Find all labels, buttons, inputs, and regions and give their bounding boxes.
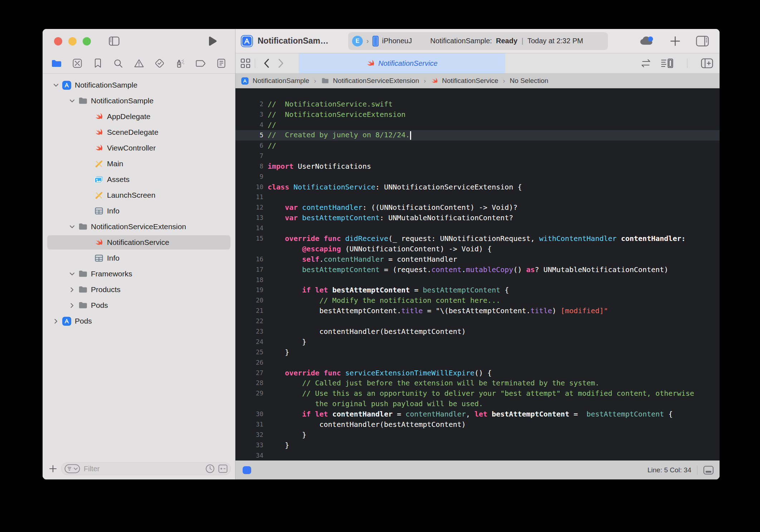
- line-number[interactable]: 4: [235, 121, 263, 128]
- code-row[interactable]: 24 }: [235, 336, 720, 347]
- code-row[interactable]: 11: [235, 192, 720, 202]
- code-row[interactable]: 21 bestAttemptContent.title = "\(bestAtt…: [235, 306, 720, 316]
- code-row[interactable]: 8import UserNotifications: [235, 161, 720, 171]
- filter-plus-minus-icon[interactable]: [218, 464, 228, 473]
- line-number[interactable]: 18: [235, 276, 263, 284]
- line-number[interactable]: 17: [235, 266, 263, 273]
- code-row[interactable]: 20 // Modify the notification content he…: [235, 295, 720, 306]
- line-number[interactable]: 25: [235, 349, 263, 356]
- code-row[interactable]: 6//: [235, 141, 720, 151]
- disclosure-right-icon[interactable]: [67, 287, 77, 292]
- source-control-icon[interactable]: [71, 57, 83, 69]
- debug-icon[interactable]: [174, 57, 186, 69]
- code-row[interactable]: 3// NotificationServiceExtension: [235, 109, 720, 120]
- minimize-button[interactable]: [68, 37, 77, 45]
- line-number[interactable]: 22: [235, 317, 263, 325]
- tree-item-products[interactable]: Products: [43, 282, 235, 297]
- go-back-icon[interactable]: [259, 59, 274, 68]
- line-number[interactable]: 33: [235, 442, 263, 449]
- tree-item-info[interactable]: Info: [43, 203, 235, 219]
- disclosure-down-icon[interactable]: [67, 99, 77, 103]
- code-row[interactable]: 33 }: [235, 440, 720, 450]
- code-row[interactable]: 5// Created by junely on 8/12/24.: [235, 130, 720, 141]
- run-button[interactable]: [208, 36, 217, 46]
- line-number[interactable]: 20: [235, 297, 263, 304]
- line-number[interactable]: 30: [235, 410, 263, 418]
- tree-item-main[interactable]: Main: [43, 156, 235, 172]
- line-number[interactable]: 2: [235, 100, 263, 108]
- tree-item-notificationservice[interactable]: NotificationService: [43, 235, 235, 250]
- line-number[interactable]: 29: [235, 390, 263, 397]
- line-number[interactable]: 14: [235, 225, 263, 232]
- disclosure-right-icon[interactable]: [51, 319, 60, 324]
- line-number[interactable]: 32: [235, 431, 263, 438]
- breadcrumb-item[interactable]: NotificationService: [430, 77, 498, 85]
- line-number[interactable]: 27: [235, 369, 263, 376]
- code-row[interactable]: 28 // Called just before the extension w…: [235, 378, 720, 388]
- tree-item-appdelegate[interactable]: AppDelegate: [43, 109, 235, 124]
- tab-notificationservice[interactable]: NotificationService: [299, 53, 505, 73]
- disclosure-down-icon[interactable]: [67, 272, 77, 276]
- code-row[interactable]: 12 var contentHandler: ((UNNotificationC…: [235, 202, 720, 213]
- code-row[interactable]: 22: [235, 316, 720, 326]
- code-row[interactable]: 25 }: [235, 347, 720, 357]
- line-number[interactable]: 19: [235, 286, 263, 294]
- code-row[interactable]: 13 var bestAttemptContent: UNMutableNoti…: [235, 213, 720, 223]
- tree-item-info[interactable]: Info: [43, 250, 235, 266]
- recents-clock-icon[interactable]: [205, 464, 215, 473]
- breadcrumb-item[interactable]: No Selection: [510, 77, 549, 85]
- code-row[interactable]: 29 // Use this as an opportunity to deli…: [235, 388, 720, 399]
- code-row[interactable]: 9: [235, 171, 720, 182]
- code-row[interactable]: 10class NotificationService: UNNotificat…: [235, 182, 720, 192]
- code-row[interactable]: @escaping (UNNotificationContent) -> Voi…: [235, 243, 720, 254]
- line-number[interactable]: 7: [235, 152, 263, 159]
- scheme-status-pill[interactable]: E › iPhoneuJ NotificationSample: Ready |…: [348, 32, 608, 50]
- breadcrumb-item[interactable]: NotificationServiceExtension: [321, 77, 419, 85]
- line-number[interactable]: 34: [235, 452, 263, 459]
- source-editor[interactable]: 2// NotificationService.swift3// Notific…: [235, 88, 720, 460]
- code-row[interactable]: the original push payload will be used.: [235, 399, 720, 409]
- bookmarks-icon[interactable]: [92, 57, 104, 69]
- add-editor-icon[interactable]: [701, 58, 713, 68]
- line-number[interactable]: 11: [235, 193, 263, 201]
- line-number[interactable]: 15: [235, 235, 263, 242]
- code-row[interactable]: 17 bestAttemptContent = (request.content…: [235, 264, 720, 275]
- tree-item-notificationsample[interactable]: NotificationSample: [43, 77, 235, 93]
- run-destination[interactable]: iPhoneuJ: [382, 37, 412, 45]
- add-file-button[interactable]: [49, 465, 57, 473]
- add-item-icon[interactable]: [670, 36, 680, 46]
- toggle-right-sidebar-icon[interactable]: [696, 36, 709, 46]
- code-row[interactable]: 16 self.contentHandler = contentHandler: [235, 254, 720, 264]
- breakpoint-toggle[interactable]: [243, 466, 251, 474]
- code-row[interactable]: 15 override func didReceive(_ request: U…: [235, 233, 720, 244]
- line-number[interactable]: 6: [235, 142, 263, 149]
- code-row[interactable]: 14: [235, 223, 720, 233]
- tree-item-notificationsample[interactable]: NotificationSample: [43, 93, 235, 109]
- tab-overview-icon[interactable]: [240, 58, 250, 68]
- tree-item-pods[interactable]: Pods: [43, 313, 235, 329]
- line-number[interactable]: 10: [235, 183, 263, 191]
- code-row[interactable]: 2// NotificationService.swift: [235, 99, 720, 109]
- line-number[interactable]: 5: [235, 132, 263, 139]
- code-row[interactable]: 4//: [235, 120, 720, 130]
- code-row[interactable]: 7: [235, 151, 720, 161]
- code-row[interactable]: 18: [235, 275, 720, 285]
- tree-item-viewcontroller[interactable]: ViewController: [43, 140, 235, 156]
- disclosure-right-icon[interactable]: [67, 303, 77, 308]
- cloud-sync-icon[interactable]: [639, 36, 654, 46]
- breakpoints-icon[interactable]: [195, 57, 207, 69]
- line-number[interactable]: 21: [235, 307, 263, 314]
- zoom-button[interactable]: [83, 37, 91, 45]
- scheme-avatar[interactable]: E: [352, 36, 363, 46]
- line-number[interactable]: 13: [235, 214, 263, 221]
- disclosure-down-icon[interactable]: [67, 225, 77, 228]
- iphone-device-icon[interactable]: [372, 36, 379, 46]
- close-button[interactable]: [54, 37, 62, 45]
- tree-item-pods[interactable]: Pods: [43, 297, 235, 313]
- tree-item-assets[interactable]: Assets: [43, 172, 235, 187]
- filter-options-icon[interactable]: [64, 464, 80, 473]
- tests-icon[interactable]: [154, 57, 166, 69]
- code-row[interactable]: 31 contentHandler(bestAttemptContent): [235, 419, 720, 430]
- project-navigator-icon[interactable]: [50, 57, 63, 69]
- line-number[interactable]: 31: [235, 421, 263, 428]
